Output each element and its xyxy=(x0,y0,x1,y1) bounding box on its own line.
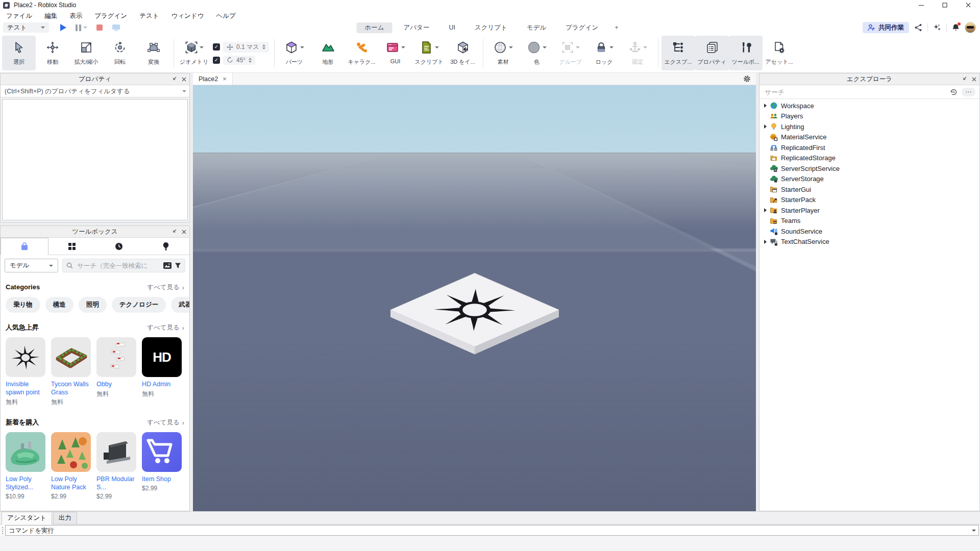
terrain-button[interactable]: 地形 xyxy=(311,36,345,70)
ribbon-tab-model[interactable]: モデル xyxy=(519,22,554,33)
rotate-tool-button[interactable]: 回転 xyxy=(103,36,137,70)
asset-card[interactable]: Invisible spawn point 無料 xyxy=(6,337,46,407)
viewport-3d[interactable] xyxy=(193,85,756,511)
chevron-down-icon[interactable] xyxy=(972,530,976,532)
geometry-mode-button[interactable]: ジオメトリ xyxy=(177,36,211,70)
see-all-link[interactable]: すべて見る› xyxy=(147,283,184,292)
viewport-settings-gear-icon[interactable] xyxy=(743,75,756,83)
stop-button[interactable] xyxy=(96,24,103,31)
tree-row-players[interactable]: Players xyxy=(760,111,979,122)
group-button[interactable]: グループ xyxy=(554,36,587,70)
tree-row-starterplayer[interactable]: StarterPlayer xyxy=(760,205,979,216)
see-all-link[interactable]: すべて見る› xyxy=(147,418,184,427)
menu-item-plugins[interactable]: プラグイン xyxy=(88,12,133,20)
share-icon[interactable] xyxy=(914,23,922,32)
see-all-link[interactable]: すべて見る› xyxy=(147,323,184,332)
asset-manager-button[interactable]: アセット... xyxy=(763,36,796,70)
character-button[interactable]: キャラク... xyxy=(345,36,379,70)
part-button[interactable]: パーツ xyxy=(278,36,311,70)
spawn-platform[interactable] xyxy=(388,268,561,362)
filter-icon[interactable] xyxy=(175,262,181,269)
toggle-explorer-button[interactable]: エクスプ... xyxy=(662,36,695,70)
asset-card[interactable]: Low Poly Nature Pack $2.99 xyxy=(51,432,92,500)
explorer-more-button[interactable]: … xyxy=(962,88,975,96)
tree-row-textchatservice[interactable]: TextChatService xyxy=(760,237,979,247)
gui-button[interactable]: GUI xyxy=(379,36,412,70)
category-chip[interactable]: テクノロジー xyxy=(112,297,166,313)
ribbon-tab-ui[interactable]: UI xyxy=(440,23,463,32)
ribbon-tab-home[interactable]: ホーム xyxy=(356,22,392,33)
notifications-button[interactable] xyxy=(952,23,960,32)
tree-row-serverscriptservice[interactable]: ServerScriptService xyxy=(760,163,979,174)
category-chip[interactable]: 構造 xyxy=(45,297,74,313)
asset-card[interactable]: Obby 無料 xyxy=(96,337,137,407)
anchor-button[interactable]: 固定 xyxy=(621,36,655,70)
undock-icon[interactable] xyxy=(172,77,177,82)
stepper-arrows-icon[interactable] xyxy=(249,58,252,63)
collaborate-button[interactable]: 共同作業 xyxy=(863,22,909,33)
close-icon[interactable] xyxy=(182,230,186,234)
tree-row-workspace[interactable]: Workspace xyxy=(760,101,979,111)
toolbox-tab-inventory[interactable] xyxy=(48,238,95,255)
command-bar-input[interactable] xyxy=(6,527,972,534)
category-chip[interactable]: 乗り物 xyxy=(6,297,40,313)
menu-item-file[interactable]: ファイル xyxy=(0,12,38,20)
ribbon-tab-script[interactable]: スクリプト xyxy=(467,22,516,33)
color-button[interactable]: 色 xyxy=(520,36,554,70)
close-button[interactable] xyxy=(957,0,980,10)
scale-tool-button[interactable]: 拡大/縮小 xyxy=(69,36,103,70)
pause-button[interactable] xyxy=(76,24,87,31)
asset-category-select[interactable]: モデル xyxy=(5,259,58,272)
lock-button[interactable]: ロック xyxy=(587,36,621,70)
select-tool-button[interactable]: 選択 xyxy=(2,36,36,70)
toolbox-tab-creations[interactable] xyxy=(142,238,189,255)
rotate-snap-stepper[interactable]: 45° xyxy=(223,56,255,65)
properties-filter-input[interactable] xyxy=(4,87,182,95)
toolbox-tab-marketplace[interactable] xyxy=(1,238,48,255)
tree-row-soundservice[interactable]: SoundService xyxy=(760,226,979,237)
expand-arrow-icon[interactable] xyxy=(764,104,767,108)
tree-row-serverstorage[interactable]: ServerStorage xyxy=(760,174,979,185)
menu-item-test[interactable]: テスト xyxy=(133,12,165,20)
category-chip[interactable]: 照明 xyxy=(79,297,107,313)
move-tool-button[interactable]: 移動 xyxy=(36,36,69,70)
close-tab-icon[interactable]: × xyxy=(223,75,227,83)
expand-arrow-icon[interactable] xyxy=(764,124,767,129)
asset-card[interactable]: Tycoon Walls Grass 無料 xyxy=(51,337,92,407)
tree-row-materialservice[interactable]: MaterialService xyxy=(760,132,979,143)
tree-row-startergui[interactable]: StarterGui xyxy=(760,184,979,195)
search-history-icon[interactable] xyxy=(950,88,958,96)
minimize-button[interactable] xyxy=(910,0,933,10)
add-tab-button[interactable]: + xyxy=(609,23,623,32)
tree-row-teams[interactable]: Teams xyxy=(760,216,979,227)
toolbox-tab-recent[interactable] xyxy=(95,238,142,255)
play-button[interactable] xyxy=(60,24,66,31)
asset-card[interactable]: HD HD Admin 無料 xyxy=(142,337,183,407)
menu-item-window[interactable]: ウィンドウ xyxy=(165,12,210,20)
toggle-toolbox-button[interactable]: ツールボ... xyxy=(729,36,763,70)
transform-tool-button[interactable]: 変換 xyxy=(137,36,170,70)
drag-grip[interactable] xyxy=(0,527,5,534)
ribbon-tab-plugins[interactable]: プラグイン xyxy=(557,22,606,33)
menu-item-help[interactable]: ヘルプ xyxy=(210,12,242,20)
tree-row-replicatedfirst[interactable]: ReplicatedFirst xyxy=(760,142,979,153)
close-icon[interactable] xyxy=(182,77,186,82)
script-button[interactable]: スクリプト xyxy=(412,36,446,70)
toolbox-search-input[interactable] xyxy=(76,262,160,270)
assistant-tab[interactable]: アシスタント xyxy=(2,512,52,524)
explorer-search-input[interactable] xyxy=(764,88,946,96)
asset-card[interactable]: Low Poly Stylized... $10.99 xyxy=(6,432,46,500)
place-document-tab[interactable]: Place2 × xyxy=(193,73,233,85)
test-mode-select[interactable]: テスト xyxy=(3,22,49,33)
expand-arrow-icon[interactable] xyxy=(764,208,767,212)
category-chip[interactable]: 武器 xyxy=(171,297,189,313)
baseplate-grid[interactable] xyxy=(193,130,756,153)
user-avatar[interactable] xyxy=(965,22,976,33)
rotate-snap-checkbox[interactable]: ✓ xyxy=(213,57,220,64)
close-icon[interactable] xyxy=(972,77,976,82)
menu-item-edit[interactable]: 編集 xyxy=(38,12,63,20)
maximize-button[interactable] xyxy=(933,0,957,10)
ribbon-tab-avatar[interactable]: アバター xyxy=(396,22,438,33)
undock-icon[interactable] xyxy=(962,77,967,82)
image-search-icon[interactable] xyxy=(163,262,172,269)
